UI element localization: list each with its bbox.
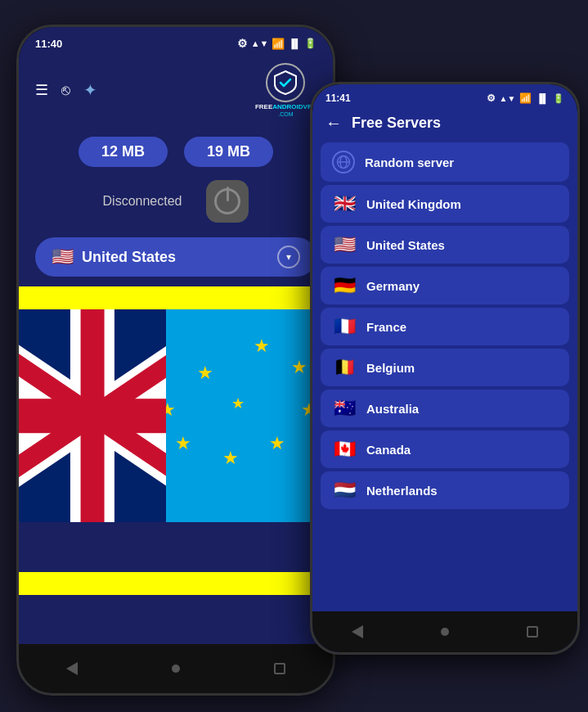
server-name: Germany — [366, 279, 420, 293]
back-arrow[interactable]: ← — [325, 114, 342, 133]
settings-icon-1: ⚙ — [237, 37, 248, 50]
app-content-1: ☰ ⎋ ✦ FREEANDROIDVPN.COM — [19, 55, 333, 644]
back-button-1[interactable] — [66, 662, 78, 675]
server-name: United Kingdom — [366, 197, 461, 211]
server-name: United States — [366, 238, 445, 252]
server-name: Canada — [366, 443, 411, 457]
star-8: ★ — [197, 363, 213, 384]
server-name: Netherlands — [366, 484, 438, 498]
time-1: 11:40 — [35, 38, 62, 50]
list-item[interactable]: 🇬🇧 United Kingdom — [321, 185, 569, 223]
disconnected-label: Disconnected — [103, 194, 182, 209]
server-flag: 🇬🇧 — [332, 193, 357, 214]
list-item[interactable]: 🇦🇺 Australia — [321, 390, 569, 427]
battery-icon-1: 🔋 — [304, 38, 316, 49]
star-9: ★ — [231, 394, 245, 412]
home-button-1[interactable] — [172, 665, 180, 673]
logo-text: FREEANDROIDVPN.COM — [255, 104, 316, 117]
stats-row: 12 MB 19 MB — [79, 137, 273, 167]
yellow-stripe-bottom — [19, 572, 333, 595]
logo-badge — [266, 63, 305, 102]
time-2: 11:41 — [325, 92, 351, 104]
server-name: Random server — [365, 155, 454, 169]
servers-header: ← Free Servers — [312, 107, 577, 142]
nav-icons-left: ☰ ⎋ ✦ — [35, 80, 97, 100]
battery-icon-2: 🔋 — [553, 93, 564, 104]
network-icon-2: ▲▼ — [500, 94, 516, 103]
download-stat: 12 MB — [79, 137, 168, 167]
phone2: 11:41 ⚙ ▲▼ 📶 ▐▌ 🔋 ← Free Servers — [310, 82, 580, 655]
menu-icon[interactable]: ☰ — [35, 81, 48, 99]
phone1: 11:40 ⚙ ▲▼ 📶 ▐▌ 🔋 ☰ ⎋ ✦ — [16, 25, 335, 696]
list-item[interactable]: 🇫🇷 France — [321, 308, 569, 345]
server-flag: 🇦🇺 — [332, 398, 357, 419]
server-name: Australia — [366, 402, 419, 416]
status-bar-2: 11:41 ⚙ ▲▼ 📶 ▐▌ 🔋 — [312, 84, 577, 107]
list-item[interactable]: Random server — [321, 142, 569, 182]
list-item[interactable]: 🇺🇸 United States — [321, 226, 569, 264]
flag-container: ★ ★ ★ ★ ★ ★ ★ ★ ★ — [19, 286, 333, 644]
chevron-down-icon: ▾ — [277, 246, 300, 268]
server-flag: 🇧🇪 — [332, 357, 357, 378]
server-flag: 🇨🇦 — [332, 439, 357, 460]
country-name: United States — [82, 249, 269, 266]
recents-button-1[interactable] — [274, 663, 285, 674]
power-button[interactable] — [206, 180, 249, 223]
uj-cross-v-red — [81, 309, 105, 522]
settings-icon-2: ⚙ — [487, 92, 496, 104]
server-flag: 🇩🇪 — [332, 275, 357, 296]
signal-icon-2: ▐▌ — [536, 93, 549, 103]
server-flag: 🇺🇸 — [332, 234, 357, 255]
bottom-nav-2 — [312, 611, 577, 652]
status-icons-1: ⚙ ▲▼ 📶 ▐▌ 🔋 — [237, 37, 316, 50]
list-item[interactable]: 🇧🇪 Belgium — [321, 349, 569, 386]
signal-icon-1: ▐▌ — [288, 38, 301, 48]
server-list: Random server 🇬🇧 United Kingdom 🇺🇸 Unite… — [312, 142, 577, 611]
country-selector[interactable]: 🇺🇸 United States ▾ — [35, 237, 316, 277]
wifi-icon-1: 📶 — [272, 38, 285, 50]
power-icon — [214, 188, 240, 214]
yellow-stripe-top — [19, 286, 333, 309]
server-name: France — [366, 320, 406, 334]
recents-button-2[interactable] — [527, 626, 538, 638]
wifi-icon-2: 📶 — [519, 92, 532, 104]
tuvalu-flag: ★ ★ ★ ★ ★ ★ ★ ★ ★ — [19, 309, 333, 522]
network-icon-1: ▲▼ — [251, 38, 269, 48]
status-bar-1: 11:40 ⚙ ▲▼ 📶 ▐▌ 🔋 — [19, 27, 333, 55]
top-nav-1: ☰ ⎋ ✦ FREEANDROIDVPN.COM — [19, 55, 333, 125]
star-6: ★ — [175, 433, 191, 454]
bottom-nav-1 — [19, 644, 333, 693]
servers-title: Free Servers — [352, 115, 441, 132]
union-jack — [19, 309, 166, 522]
upload-stat: 19 MB — [184, 137, 273, 167]
list-item[interactable]: 🇨🇦 Canada — [321, 430, 569, 468]
home-button-2[interactable] — [441, 628, 449, 636]
globe-icon — [332, 151, 355, 173]
logo-area: FREEANDROIDVPN.COM — [255, 63, 316, 117]
back-button-2[interactable] — [352, 625, 363, 638]
share-icon[interactable]: ⎋ — [61, 82, 70, 99]
star-4: ★ — [269, 433, 285, 454]
star-5: ★ — [222, 448, 239, 469]
favorite-icon[interactable]: ✦ — [83, 80, 97, 100]
server-flag: 🇳🇱 — [332, 480, 357, 501]
star-2: ★ — [291, 357, 307, 378]
server-name: Belgium — [366, 361, 415, 375]
status-icons-2: ⚙ ▲▼ 📶 ▐▌ 🔋 — [487, 92, 564, 104]
list-item[interactable]: 🇳🇱 Netherlands — [321, 471, 569, 509]
list-item[interactable]: 🇩🇪 Germany — [321, 267, 569, 304]
server-flag: 🇫🇷 — [332, 316, 357, 337]
star-1: ★ — [254, 336, 270, 357]
country-flag: 🇺🇸 — [52, 246, 74, 268]
status-row: Disconnected — [19, 180, 333, 223]
